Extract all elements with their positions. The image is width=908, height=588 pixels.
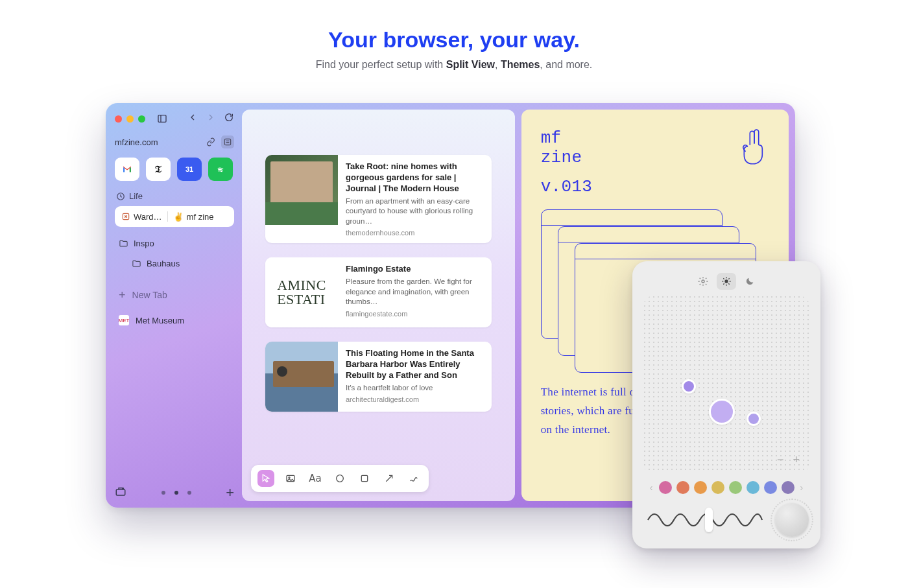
url-text[interactable]: mfzine.com bbox=[115, 137, 200, 147]
url-bar[interactable]: mfzine.com bbox=[115, 134, 234, 150]
color-node[interactable] bbox=[747, 412, 761, 426]
peace-icon bbox=[739, 129, 769, 165]
swatch[interactable] bbox=[676, 481, 689, 494]
remove-color-button[interactable]: − bbox=[777, 453, 784, 467]
swatch-next[interactable]: › bbox=[799, 482, 805, 493]
noise-dial[interactable] bbox=[775, 503, 809, 537]
pinned-nyt[interactable]: 𝔗 bbox=[146, 158, 171, 181]
mode-auto[interactable] bbox=[693, 273, 713, 290]
swatch[interactable] bbox=[729, 481, 742, 494]
card-domain: architecturaldigest.com bbox=[346, 395, 484, 403]
tool-circle[interactable] bbox=[331, 470, 348, 487]
swatch[interactable] bbox=[764, 481, 777, 494]
link-icon[interactable] bbox=[204, 135, 217, 148]
card-domain: flamingoestate.com bbox=[346, 310, 484, 318]
svg-line-23 bbox=[728, 278, 729, 279]
library-button[interactable] bbox=[115, 486, 126, 500]
theme-picker[interactable]: − + ‹ › bbox=[632, 261, 820, 548]
hero-subtitle: Find your perfect setup with Split View,… bbox=[0, 59, 908, 71]
swatch[interactable] bbox=[711, 481, 724, 494]
hero-title: Your browser, your way. bbox=[0, 27, 908, 53]
card-desc: Pleasure from the garden. We fight for e… bbox=[346, 277, 484, 307]
mode-dark[interactable] bbox=[740, 273, 759, 290]
reload-button[interactable] bbox=[224, 112, 234, 125]
minimize-icon[interactable] bbox=[126, 115, 134, 123]
sidebar-toggle-icon[interactable] bbox=[155, 113, 169, 124]
tool-square[interactable] bbox=[356, 470, 373, 487]
folder-bauhaus[interactable]: Bauhaus bbox=[115, 253, 234, 274]
card-desc: It's a heartfelt labor of love bbox=[346, 383, 484, 394]
pinned-apps: 𝔗 31 bbox=[115, 158, 234, 181]
svg-rect-13 bbox=[361, 475, 367, 481]
svg-point-12 bbox=[337, 475, 344, 482]
theme-preview[interactable]: − + bbox=[644, 296, 809, 473]
svg-point-14 bbox=[702, 280, 704, 283]
swatch-prev[interactable]: ‹ bbox=[649, 482, 654, 493]
space-dots[interactable] bbox=[161, 491, 191, 495]
swatch[interactable] bbox=[747, 481, 759, 494]
card-thumb-icon bbox=[265, 342, 338, 412]
back-button[interactable] bbox=[187, 112, 198, 125]
easel-card[interactable]: This Floating Home in the Santa Barbara … bbox=[265, 342, 492, 412]
forward-button[interactable] bbox=[206, 112, 216, 125]
maximize-icon[interactable] bbox=[138, 115, 145, 123]
card-title: Take Root: nine homes with gorgeous gard… bbox=[346, 161, 484, 194]
swatch-row: ‹ › bbox=[644, 481, 809, 494]
pinned-calendar[interactable]: 31 bbox=[177, 158, 202, 181]
intensity-slider[interactable] bbox=[644, 506, 766, 534]
color-node[interactable] bbox=[682, 379, 696, 394]
pinned-gmail[interactable] bbox=[115, 158, 139, 181]
favicon-met: MET bbox=[119, 315, 129, 325]
easel-card[interactable]: Take Root: nine homes with gorgeous gard… bbox=[265, 155, 492, 243]
pane-easel[interactable]: Take Root: nine homes with gorgeous gard… bbox=[242, 110, 515, 501]
card-thumb-icon: AMINC ESTATI bbox=[265, 257, 338, 327]
svg-point-15 bbox=[724, 279, 728, 283]
swatch[interactable] bbox=[659, 481, 672, 494]
site-settings-icon[interactable] bbox=[221, 135, 234, 148]
tool-draw[interactable] bbox=[405, 470, 422, 487]
pinned-spotify[interactable] bbox=[208, 158, 233, 181]
swatch[interactable] bbox=[782, 481, 794, 494]
mfzine-version: v.013 bbox=[541, 177, 593, 196]
easel-card[interactable]: AMINC ESTATI Flamingo Estate Pleasure fr… bbox=[265, 257, 492, 327]
swatch[interactable] bbox=[694, 481, 707, 494]
tab-met-museum[interactable]: MET Met Museum bbox=[115, 310, 234, 331]
card-title: This Floating Home in the Santa Barbara … bbox=[346, 348, 484, 381]
tool-image[interactable] bbox=[282, 470, 299, 487]
svg-rect-8 bbox=[116, 489, 125, 495]
space-label[interactable]: Life bbox=[115, 191, 234, 201]
slider-thumb[interactable] bbox=[705, 508, 713, 532]
card-desc: From an apartment with an easy-care cour… bbox=[346, 196, 484, 227]
svg-line-21 bbox=[728, 283, 729, 284]
tool-arrow[interactable] bbox=[381, 470, 398, 487]
close-icon[interactable] bbox=[115, 115, 122, 123]
mfzine-title: mfzine bbox=[541, 129, 593, 168]
folder-inspo[interactable]: Inspo bbox=[115, 233, 234, 253]
card-title: Flamingo Estate bbox=[346, 264, 484, 275]
new-space-button[interactable]: + bbox=[226, 484, 234, 501]
tool-pointer[interactable] bbox=[257, 470, 274, 487]
split-tab-active[interactable]: Ward… ✌ mf zine bbox=[115, 206, 234, 227]
svg-point-11 bbox=[289, 477, 290, 478]
svg-point-9 bbox=[123, 488, 124, 489]
color-node[interactable] bbox=[709, 399, 735, 425]
traffic-lights[interactable] bbox=[115, 115, 145, 123]
svg-line-20 bbox=[723, 278, 724, 279]
card-thumb-icon bbox=[265, 155, 338, 225]
tool-text[interactable]: Aa bbox=[307, 470, 324, 487]
card-domain: themodernhouse.com bbox=[346, 229, 484, 237]
add-color-button[interactable]: + bbox=[793, 453, 800, 467]
new-tab-button[interactable]: + New Tab bbox=[115, 283, 234, 307]
mode-light[interactable] bbox=[717, 273, 736, 290]
sidebar: mfzine.com 𝔗 31 Life Ward… ✌ bbox=[106, 103, 242, 508]
svg-line-22 bbox=[723, 283, 724, 284]
easel-toolbar: Aa bbox=[251, 465, 429, 492]
svg-rect-0 bbox=[158, 115, 166, 123]
